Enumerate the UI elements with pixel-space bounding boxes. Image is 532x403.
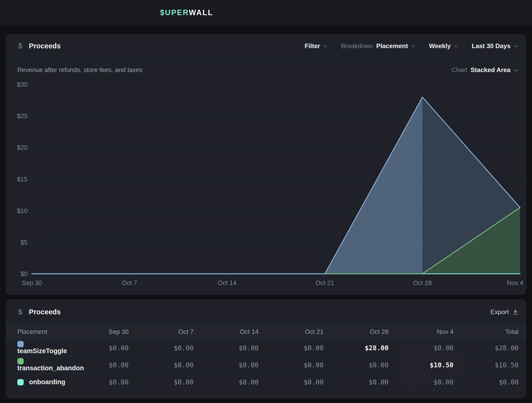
x-axis-tick-label: Sep 30	[22, 279, 42, 286]
value-cell: $10.50	[461, 357, 526, 374]
placement-name: onboarding	[29, 378, 65, 386]
column-header: Total	[461, 324, 526, 339]
column-header: Placement	[6, 324, 71, 339]
value-cell: $0.00	[396, 374, 461, 391]
column-header: Oct 28	[331, 324, 396, 339]
series-color-swatch	[17, 341, 24, 347]
table-header-row: PlacementSep 30Oct 7Oct 14Oct 21Oct 28No…	[6, 324, 526, 339]
placement-cell: onboarding	[6, 374, 71, 391]
x-axis-tick-label: Oct 28	[413, 279, 432, 286]
column-header: Oct 21	[266, 324, 331, 339]
download-icon	[512, 309, 519, 315]
value-cell: $0.00	[461, 374, 526, 391]
interval-dropdown[interactable]: Weekly	[422, 42, 465, 50]
y-axis-tick-label: $30	[6, 81, 28, 88]
table-body: teamSizeToggle$0.00$0.00$0.00$0.00$28.00…	[6, 339, 526, 391]
value-cell: $0.00	[136, 339, 201, 357]
chart-controls: Filter Breakdown Placement Weekly Last 3…	[297, 41, 519, 51]
date-range-value: Last 30 Days	[472, 42, 511, 50]
proceeds-table-card: $ Proceeds Export PlacementSep 30Oct 7Oc…	[6, 299, 526, 398]
table-row: teamSizeToggle$0.00$0.00$0.00$0.00$28.00…	[6, 339, 526, 357]
value-cell: $28.00	[461, 339, 526, 357]
filter-dropdown[interactable]: Filter	[298, 42, 334, 50]
placement-cell: teamSizeToggle	[6, 339, 71, 357]
value-cell: $0.00	[331, 357, 396, 374]
filter-label: Filter	[305, 42, 320, 50]
value-cell: $0.00	[266, 357, 331, 374]
x-axis-tick-label: Oct 7	[122, 279, 137, 286]
value-cell: $28.00	[331, 339, 396, 357]
breakdown-label: Breakdown	[341, 42, 373, 50]
breakdown-dropdown[interactable]: Breakdown Placement	[334, 42, 422, 50]
logo-accent-text: $UPER	[160, 8, 189, 17]
x-axis-tick-label: Oct 14	[218, 279, 237, 286]
value-cell: $10.50	[396, 357, 461, 374]
chart-svg	[32, 85, 520, 274]
superwall-logo[interactable]: $UPERWALL	[160, 8, 213, 17]
y-axis-tick-label: $0	[6, 270, 28, 277]
value-cell: $0.00	[201, 339, 266, 357]
dollar-icon: $	[18, 42, 22, 50]
breakdown-value: Placement	[376, 42, 408, 50]
x-axis-tick-label: Nov 4	[507, 279, 523, 286]
value-cell: $0.00	[71, 339, 136, 357]
column-header: Nov 4	[396, 324, 461, 339]
y-axis-tick-label: $5	[6, 239, 28, 246]
chart-card-title: Proceeds	[29, 42, 61, 50]
series-color-swatch	[17, 358, 24, 364]
value-cell: $0.00	[331, 374, 396, 391]
table-card-title: Proceeds	[29, 308, 61, 316]
value-cell: $0.00	[201, 374, 266, 391]
export-label: Export	[491, 308, 509, 316]
table-row: transaction_abandon$0.00$0.00$0.00$0.00$…	[6, 357, 526, 374]
chevron-down-icon	[454, 45, 458, 48]
series-color-swatch	[17, 379, 24, 385]
interval-value: Weekly	[429, 42, 451, 50]
chevron-down-icon	[411, 45, 415, 48]
placement-cell: transaction_abandon	[6, 357, 71, 374]
table-card-header: $ Proceeds Export	[6, 300, 526, 324]
chart-plot-area[interactable]	[32, 85, 520, 274]
table-row: onboarding$0.00$0.00$0.00$0.00$0.00$0.00…	[6, 374, 526, 391]
chevron-down-icon	[324, 45, 327, 48]
placement-name: transaction_abandon	[17, 364, 84, 372]
value-cell: $0.00	[266, 339, 331, 357]
chart-type-label: Chart	[452, 66, 467, 74]
chevron-down-icon	[514, 69, 518, 72]
column-header: Oct 14	[201, 324, 266, 339]
placement-name: teamSizeToggle	[17, 347, 67, 355]
chart-subtitle: Revenue after refunds, store fees, and t…	[17, 66, 143, 74]
date-range-dropdown[interactable]: Last 30 Days	[465, 42, 519, 50]
chart-type-dropdown[interactable]: Chart Stacked Area	[452, 66, 518, 74]
logo-rest-text: WALL	[189, 8, 213, 17]
export-button[interactable]: Export	[491, 308, 519, 316]
dollar-icon: $	[18, 308, 22, 316]
y-axis-tick-label: $15	[6, 176, 28, 183]
top-bar: $UPERWALL	[0, 0, 532, 26]
y-axis-tick-label: $10	[6, 207, 28, 214]
chevron-down-icon	[514, 45, 518, 48]
value-cell: $0.00	[71, 374, 136, 391]
value-cell: $0.00	[136, 357, 201, 374]
value-cell: $0.00	[201, 357, 266, 374]
y-axis-tick-label: $20	[6, 144, 28, 151]
proceeds-chart-card: $ Proceeds Filter Breakdown Placement We…	[6, 34, 526, 295]
column-header: Oct 7	[136, 324, 201, 339]
chart-type-value: Stacked Area	[471, 66, 511, 74]
y-axis-tick-label: $25	[6, 112, 28, 120]
value-cell: $0.00	[396, 339, 461, 357]
value-cell: $0.00	[266, 374, 331, 391]
proceeds-table: PlacementSep 30Oct 7Oct 14Oct 21Oct 28No…	[6, 324, 526, 391]
chart-card-header: $ Proceeds Filter Breakdown Placement We…	[6, 34, 526, 58]
chart-sub-row: Revenue after refunds, store fees, and t…	[6, 66, 526, 74]
value-cell: $0.00	[136, 374, 201, 391]
column-header: Sep 30	[71, 324, 136, 339]
x-axis-tick-label: Oct 21	[316, 279, 334, 286]
